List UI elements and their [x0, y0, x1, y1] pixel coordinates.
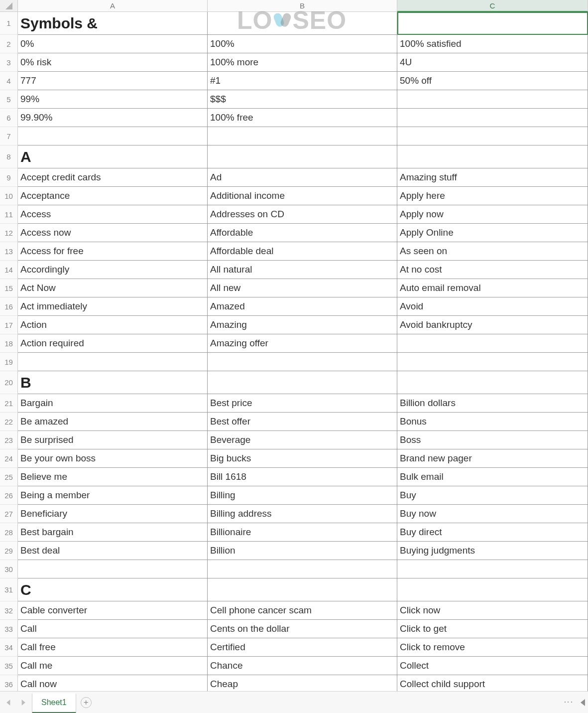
collapse-icon[interactable]	[581, 699, 585, 706]
cell-B2[interactable]: 100%	[208, 35, 397, 53]
cell-C18[interactable]	[397, 334, 588, 353]
cell-B14[interactable]: All natural	[208, 261, 397, 279]
cell-C32[interactable]: Click now	[397, 601, 588, 620]
cell-B33[interactable]: Cents on the dollar	[208, 620, 397, 638]
cell-A18[interactable]: Action required	[18, 334, 208, 353]
cell-B3[interactable]: 100% more	[208, 53, 397, 72]
cell-C34[interactable]: Click to remove	[397, 638, 588, 657]
row-header[interactable]: 9	[0, 168, 18, 187]
cell-B6[interactable]: 100% free	[208, 109, 397, 127]
row-header[interactable]: 34	[0, 638, 18, 657]
row-header[interactable]: 14	[0, 261, 18, 279]
row-header[interactable]: 23	[0, 431, 18, 449]
row-header[interactable]: 8	[0, 145, 18, 168]
cell-A16[interactable]: Act immediately	[18, 297, 208, 316]
cell-A24[interactable]: Be your own boss	[18, 449, 208, 468]
cell-A33[interactable]: Call	[18, 620, 208, 638]
row-header[interactable]: 31	[0, 578, 18, 601]
kebab-menu-icon[interactable]: ⋮	[563, 698, 574, 708]
cell-B34[interactable]: Certified	[208, 638, 397, 657]
cell-C20[interactable]	[397, 371, 588, 394]
cell-A35[interactable]: Call me	[18, 657, 208, 675]
row-header[interactable]: 32	[0, 601, 18, 620]
row-header[interactable]: 21	[0, 394, 18, 413]
cell-B24[interactable]: Big bucks	[208, 449, 397, 468]
cell-C9[interactable]: Amazing stuff	[397, 168, 588, 187]
cell-A15[interactable]: Act Now	[18, 279, 208, 297]
row-header[interactable]: 18	[0, 334, 18, 353]
cell-C27[interactable]: Buy now	[397, 505, 588, 523]
cell-A21[interactable]: Bargain	[18, 394, 208, 413]
cell-C11[interactable]: Apply now	[397, 205, 588, 224]
cell-B27[interactable]: Billing address	[208, 505, 397, 523]
cell-A3[interactable]: 0% risk	[18, 53, 208, 72]
cell-C12[interactable]: Apply Online	[397, 224, 588, 242]
cell-C28[interactable]: Buy direct	[397, 523, 588, 542]
cell-A19[interactable]	[18, 353, 208, 371]
cell-B21[interactable]: Best price	[208, 394, 397, 413]
cell-A13[interactable]: Access for free	[18, 242, 208, 261]
cell-A6[interactable]: 99.90%	[18, 109, 208, 127]
select-all-corner[interactable]	[0, 0, 18, 12]
grid-body[interactable]: 1Symbols &20%100%100% satisfied30% risk1…	[0, 12, 588, 691]
cell-A29[interactable]: Best deal	[18, 542, 208, 560]
row-header[interactable]: 10	[0, 187, 18, 205]
cell-B19[interactable]	[208, 353, 397, 371]
cell-A25[interactable]: Believe me	[18, 468, 208, 486]
cell-C4[interactable]: 50% off	[397, 72, 588, 90]
cell-C33[interactable]: Click to get	[397, 620, 588, 638]
add-sheet-button[interactable]: +	[76, 692, 96, 713]
row-header[interactable]: 25	[0, 468, 18, 486]
cell-A4[interactable]: 777	[18, 72, 208, 90]
cell-C30[interactable]	[397, 560, 588, 578]
cell-C10[interactable]: Apply here	[397, 187, 588, 205]
cell-C22[interactable]: Bonus	[397, 413, 588, 431]
row-header[interactable]: 7	[0, 127, 18, 145]
cell-A17[interactable]: Action	[18, 316, 208, 334]
cell-A10[interactable]: Acceptance	[18, 187, 208, 205]
cell-B8[interactable]	[208, 145, 397, 168]
cell-A11[interactable]: Access	[18, 205, 208, 224]
cell-B12[interactable]: Affordable	[208, 224, 397, 242]
row-header[interactable]: 15	[0, 279, 18, 297]
sheet-tab-sheet1[interactable]: Sheet1	[32, 693, 76, 713]
row-header[interactable]: 24	[0, 449, 18, 468]
cell-B4[interactable]: #1	[208, 72, 397, 90]
row-header[interactable]: 20	[0, 371, 18, 394]
tab-scroll-left-button[interactable]	[2, 692, 16, 713]
row-header[interactable]: 28	[0, 523, 18, 542]
cell-B22[interactable]: Best offer	[208, 413, 397, 431]
row-header[interactable]: 12	[0, 224, 18, 242]
cell-C24[interactable]: Brand new pager	[397, 449, 588, 468]
row-header[interactable]: 3	[0, 53, 18, 72]
row-header[interactable]: 26	[0, 486, 18, 505]
tab-scroll-right-button[interactable]	[16, 692, 30, 713]
cell-C14[interactable]: At no cost	[397, 261, 588, 279]
cell-A5[interactable]: 99%	[18, 90, 208, 109]
cell-A22[interactable]: Be amazed	[18, 413, 208, 431]
cell-A27[interactable]: Beneficiary	[18, 505, 208, 523]
cell-B28[interactable]: Billionaire	[208, 523, 397, 542]
row-header[interactable]: 30	[0, 560, 18, 578]
cell-C23[interactable]: Boss	[397, 431, 588, 449]
row-header[interactable]: 1	[0, 12, 18, 35]
row-header[interactable]: 19	[0, 353, 18, 371]
cell-C15[interactable]: Auto email removal	[397, 279, 588, 297]
cell-A31[interactable]: C	[18, 578, 208, 601]
cell-C35[interactable]: Collect	[397, 657, 588, 675]
cell-A32[interactable]: Cable converter	[18, 601, 208, 620]
cell-C26[interactable]: Buy	[397, 486, 588, 505]
cell-C6[interactable]	[397, 109, 588, 127]
cell-C1[interactable]	[397, 12, 588, 35]
cell-B5[interactable]: $$$	[208, 90, 397, 109]
cell-B25[interactable]: Bill 1618	[208, 468, 397, 486]
row-header[interactable]: 13	[0, 242, 18, 261]
cell-B15[interactable]: All new	[208, 279, 397, 297]
cell-C29[interactable]: Buying judgments	[397, 542, 588, 560]
cell-B13[interactable]: Affordable deal	[208, 242, 397, 261]
cell-A26[interactable]: Being a member	[18, 486, 208, 505]
cell-A8[interactable]: A	[18, 145, 208, 168]
row-header[interactable]: 27	[0, 505, 18, 523]
cell-B31[interactable]	[208, 578, 397, 601]
row-header[interactable]: 29	[0, 542, 18, 560]
